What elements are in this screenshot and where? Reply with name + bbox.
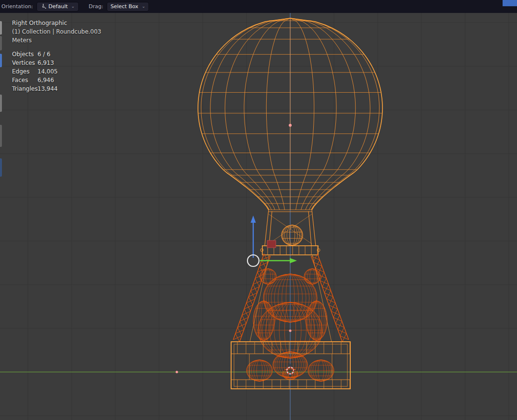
chevron-down-icon: ⌄ <box>71 4 75 9</box>
toolbar-strip[interactable] <box>0 36 2 50</box>
gizmo-z-axis-handle[interactable] <box>251 216 256 258</box>
chevron-down-icon: ⌄ <box>142 4 146 9</box>
scene-statistics: Objects 6 / 6 Vertices 6,913 Edges 14,00… <box>12 50 101 93</box>
orientation-label: Orientation: <box>1 3 33 10</box>
active-object-breadcrumb: (1) Collection | Roundcube.003 <box>12 27 101 36</box>
stat-value: 6,946 <box>37 76 101 84</box>
stat-label: Edges <box>12 67 37 76</box>
stat-label: Faces <box>12 76 37 84</box>
orientation-dropdown[interactable]: Default ⌄ <box>37 2 79 12</box>
stat-label: Vertices <box>12 59 37 67</box>
viewport-text-overlay: Right Orthographic (1) Collection | Roun… <box>12 19 101 93</box>
toolbar-strip[interactable] <box>0 125 2 147</box>
balloon-wireframe[interactable] <box>198 18 382 210</box>
gizmo-y-axis-handle[interactable] <box>260 258 297 264</box>
drag-mode-value: Select Box <box>111 3 138 10</box>
stat-label: Objects <box>12 50 37 59</box>
viewport-header: Orientation: Default ⌄ Drag: Select Box … <box>0 0 517 13</box>
object-origins <box>176 124 292 373</box>
stat-value: 6,913 <box>37 59 101 67</box>
toolbar-strip[interactable] <box>0 95 2 112</box>
stat-value: 6 / 6 <box>37 50 101 59</box>
toolbar-strip[interactable] <box>0 158 2 177</box>
stat-value: 14,005 <box>37 67 101 76</box>
stat-label: Triangles <box>12 84 37 93</box>
toolbar-strip[interactable] <box>0 21 2 35</box>
view-name: Right Orthographic <box>12 19 101 27</box>
scene-units: Meters <box>12 36 101 45</box>
blender-3d-viewport: Orientation: Default ⌄ Drag: Select Box … <box>0 0 517 420</box>
drag-label: Drag: <box>89 3 103 10</box>
active-editor-indicator <box>503 0 517 6</box>
orientation-gizmo-icon <box>40 4 46 10</box>
drag-mode-dropdown[interactable]: Select Box ⌄ <box>107 2 149 12</box>
toolbar-strip-active-tool[interactable] <box>0 54 2 67</box>
support-ropes[interactable] <box>233 254 348 342</box>
orientation-value: Default <box>49 3 68 10</box>
selected-face-highlight <box>267 240 276 248</box>
stat-value: 13,944 <box>37 84 101 93</box>
cursor-3d <box>283 364 297 377</box>
